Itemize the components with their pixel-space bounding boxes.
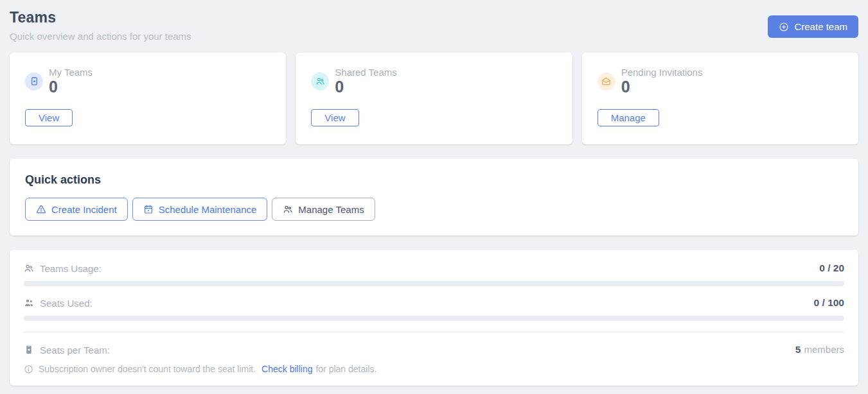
page-title: Teams xyxy=(10,9,191,26)
seats-used-progressbar xyxy=(24,316,844,321)
seats-per-team-value-group: 5members xyxy=(795,344,844,355)
shared-teams-label: Shared Teams xyxy=(335,67,396,78)
pending-invitations-count: 0 xyxy=(621,78,703,96)
quick-actions-title: Quick actions xyxy=(25,173,843,187)
my-teams-card: My Teams 0 View xyxy=(10,53,286,144)
my-teams-card-header: My Teams 0 xyxy=(25,67,270,96)
quick-actions-buttons: Create Incident Schedule Maintenance Man… xyxy=(25,198,843,221)
users-icon xyxy=(283,204,293,214)
teams-page: Teams Quick overview and actions for you… xyxy=(0,0,868,386)
info-circle-icon xyxy=(24,364,39,374)
pending-invitations-card-header: Pending Invitations 0 xyxy=(598,67,843,96)
teams-usage-label: Teams Usage: xyxy=(40,263,102,274)
seats-per-team-label-group: Seats per Team: xyxy=(24,345,110,355)
manage-teams-button[interactable]: Manage Teams xyxy=(272,198,375,221)
calendar-icon xyxy=(143,204,154,214)
pending-invitations-card-text: Pending Invitations 0 xyxy=(621,67,703,96)
id-badge-filled-icon xyxy=(24,345,34,355)
shared-teams-card-header: Shared Teams 0 xyxy=(311,67,556,96)
page-subtitle: Quick overview and actions for your team… xyxy=(10,31,191,42)
id-badge-icon xyxy=(25,73,43,90)
users-filled-icon xyxy=(24,298,34,308)
pending-invitations-manage-button[interactable]: Manage xyxy=(598,109,659,126)
seats-per-team-value: 5 xyxy=(795,344,801,355)
create-incident-button[interactable]: Create Incident xyxy=(25,198,128,221)
stats-cards-row: My Teams 0 View Shared Teams 0 View xyxy=(10,53,858,144)
pending-invitations-card: Pending Invitations 0 Manage xyxy=(582,53,858,144)
users-icon xyxy=(311,73,329,90)
shared-teams-count: 0 xyxy=(335,78,396,96)
seats-used-row: Seats Used: 0 / 100 xyxy=(24,297,844,309)
users-outline-icon xyxy=(24,263,34,273)
page-header: Teams Quick overview and actions for you… xyxy=(10,9,858,42)
check-billing-link[interactable]: Check billing xyxy=(261,364,312,374)
usage-divider xyxy=(24,332,844,332)
shared-teams-view-button[interactable]: View xyxy=(311,109,359,126)
seats-per-team-label: Seats per Team: xyxy=(40,345,110,355)
shared-teams-card: Shared Teams 0 View xyxy=(296,53,572,144)
plus-circle-icon xyxy=(779,22,789,32)
teams-usage-row: Teams Usage: 0 / 20 xyxy=(24,262,844,274)
seats-per-team-value-suffix: members xyxy=(804,344,844,355)
my-teams-card-text: My Teams 0 xyxy=(49,67,93,96)
warning-triangle-icon xyxy=(36,204,46,214)
schedule-maintenance-button[interactable]: Schedule Maintenance xyxy=(132,198,268,221)
seats-used-label: Seats Used: xyxy=(40,298,93,309)
my-teams-label: My Teams xyxy=(49,67,93,78)
my-teams-view-button[interactable]: View xyxy=(25,109,73,126)
pending-invitations-label: Pending Invitations xyxy=(621,67,703,78)
manage-teams-button-label: Manage Teams xyxy=(298,204,364,215)
schedule-maintenance-button-label: Schedule Maintenance xyxy=(159,204,257,215)
create-team-button-label: Create team xyxy=(794,21,847,32)
seats-used-label-group: Seats Used: xyxy=(24,298,93,309)
page-header-text: Teams Quick overview and actions for you… xyxy=(10,9,191,42)
seats-per-team-row: Seats per Team: 5members xyxy=(24,344,844,355)
create-team-button[interactable]: Create team xyxy=(768,15,858,38)
usage-panel: Teams Usage: 0 / 20 Seats Used: 0 / 100 xyxy=(10,250,858,386)
teams-usage-value: 0 / 20 xyxy=(819,262,844,274)
my-teams-count: 0 xyxy=(49,78,93,96)
seat-limit-note-text: Subscription owner doesn't count toward … xyxy=(39,364,256,374)
seat-limit-note: Subscription owner doesn't count toward … xyxy=(24,364,844,374)
quick-actions-panel: Quick actions Create Incident Schedule M… xyxy=(10,158,858,236)
envelope-open-icon xyxy=(598,73,616,90)
teams-usage-label-group: Teams Usage: xyxy=(24,263,102,274)
seats-used-value: 0 / 100 xyxy=(814,297,844,309)
teams-usage-progressbar xyxy=(24,281,844,286)
seat-limit-note-suffix: for plan details. xyxy=(315,364,376,374)
create-incident-button-label: Create Incident xyxy=(51,204,117,215)
shared-teams-card-text: Shared Teams 0 xyxy=(335,67,396,96)
